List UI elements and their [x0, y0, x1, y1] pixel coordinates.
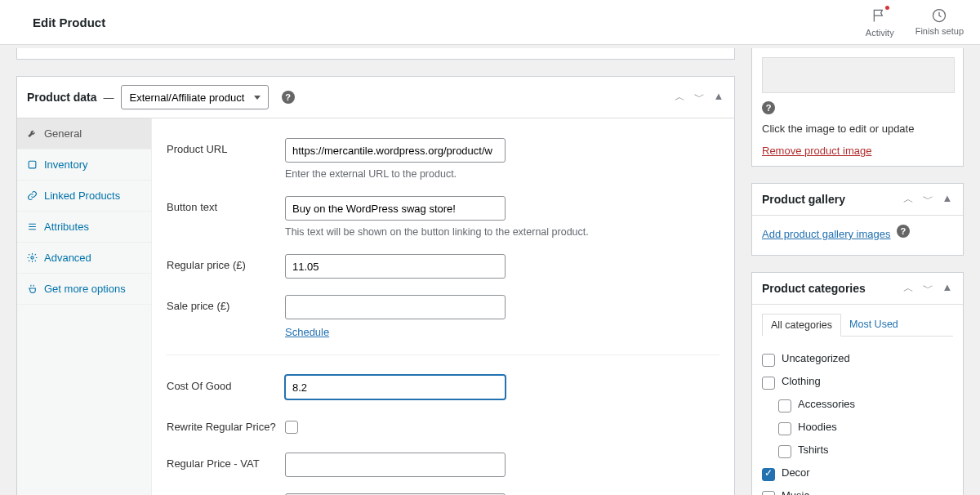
tab-linked[interactable]: Linked Products	[17, 181, 151, 212]
collapsed-panel	[16, 48, 735, 60]
add-gallery-link[interactable]: Add product gallery images	[762, 228, 891, 240]
tab-attributes[interactable]: Attributes	[17, 212, 151, 243]
regular-vat-label: Regular Price - VAT	[167, 453, 285, 470]
product-type-select[interactable]: External/Affiliate product	[121, 85, 269, 109]
tab-advanced[interactable]: Advanced	[17, 243, 151, 274]
tab-more-options[interactable]: Get more options	[17, 274, 151, 305]
move-up-icon[interactable]: ︿	[902, 281, 914, 296]
regular-price-label: Regular price (£)	[167, 254, 285, 271]
category-list: UncategorizedClothingAccessoriesHoodiesT…	[762, 345, 953, 495]
product-gallery-panel: Product gallery ︿ ﹀ ▲ Add product galler…	[751, 183, 964, 256]
rewrite-regular-price-checkbox[interactable]	[285, 421, 298, 434]
category-item[interactable]: Hoodies	[762, 415, 953, 438]
button-text-input[interactable]	[285, 196, 506, 221]
svg-point-2	[31, 256, 33, 259]
list-icon	[27, 221, 38, 232]
tab-most-used[interactable]: Most Used	[841, 314, 906, 336]
button-text-label: Button text	[167, 196, 285, 213]
collapse-icon[interactable]: ▲	[942, 281, 953, 296]
regular-price-vat-input[interactable]	[285, 453, 506, 477]
collapse-icon[interactable]: ▲	[713, 90, 724, 105]
schedule-link[interactable]: Schedule	[285, 326, 329, 338]
gear-icon	[27, 252, 38, 263]
category-checkbox[interactable]	[762, 354, 775, 367]
activity-label: Activity	[866, 28, 894, 38]
page-title: Edit Product	[33, 16, 105, 29]
product-categories-panel: Product categories ︿ ﹀ ▲ All categories …	[751, 272, 964, 495]
category-item[interactable]: Decor	[762, 461, 953, 484]
category-label: Music	[782, 489, 809, 496]
tab-inventory[interactable]: Inventory	[17, 149, 151, 181]
category-label: Accessories	[798, 398, 855, 410]
cost-of-good-input[interactable]	[285, 375, 506, 399]
category-checkbox[interactable]	[762, 468, 775, 481]
inventory-icon	[27, 159, 38, 170]
category-label: Uncategorized	[782, 352, 850, 364]
category-label: Hoodies	[798, 421, 837, 433]
help-icon[interactable]: ?	[282, 91, 295, 104]
product-image-thumbnail[interactable]	[762, 57, 955, 93]
category-item[interactable]: Uncategorized	[762, 346, 953, 369]
panel-header: Product data — External/Affiliate produc…	[17, 77, 734, 118]
help-icon[interactable]: ?	[762, 101, 775, 114]
top-actions: Activity Finish setup	[866, 7, 964, 38]
panel-title: Product data	[27, 91, 97, 104]
top-bar: Edit Product Activity Finish setup	[0, 0, 980, 45]
category-item[interactable]: Clothing	[762, 369, 953, 392]
finish-setup-button[interactable]: Finish setup	[915, 7, 964, 38]
flag-icon	[871, 7, 888, 24]
activity-button[interactable]: Activity	[866, 7, 894, 38]
remove-image-link[interactable]: Remove product image	[762, 145, 871, 157]
move-down-icon[interactable]: ﹀	[693, 90, 705, 105]
category-checkbox[interactable]	[762, 377, 775, 390]
sale-price-input[interactable]	[285, 295, 506, 319]
image-edit-text: Click the image to edit or update	[762, 123, 953, 135]
gallery-title: Product gallery	[762, 193, 845, 206]
button-text-help: This text will be shown on the button li…	[285, 226, 719, 238]
clock-icon	[931, 7, 947, 24]
sale-price-label: Sale price (£)	[167, 295, 285, 312]
panel-toggles: ︿ ﹀ ▲	[674, 90, 724, 105]
category-item[interactable]: Accessories	[762, 392, 953, 415]
product-url-help: Enter the external URL to the product.	[285, 168, 719, 180]
category-item[interactable]: Music	[762, 484, 953, 495]
category-label: Clothing	[782, 375, 821, 387]
rewrite-label: Rewrite Regular Price?	[167, 416, 285, 433]
product-url-input[interactable]	[285, 138, 506, 163]
tab-general[interactable]: General	[17, 118, 151, 149]
category-label: Tshirts	[798, 444, 829, 456]
move-up-icon[interactable]: ︿	[674, 90, 685, 105]
product-tabs: General Inventory Linked Products Attrib…	[17, 118, 152, 495]
move-up-icon[interactable]: ︿	[902, 192, 914, 207]
category-checkbox[interactable]	[778, 399, 791, 412]
product-image-panel: ? Click the image to edit or update Remo…	[751, 48, 964, 167]
regular-price-input[interactable]	[285, 254, 506, 279]
cog-label: Cost Of Good	[167, 375, 285, 392]
wrench-icon	[27, 128, 38, 139]
category-item[interactable]: Tshirts	[762, 438, 953, 461]
fields-area: Product URL Enter the external URL to th…	[152, 118, 734, 495]
categories-title: Product categories	[762, 282, 866, 295]
plugin-icon	[27, 283, 38, 294]
category-tabs: All categories Most Used	[762, 314, 953, 337]
category-checkbox[interactable]	[778, 445, 791, 458]
collapse-icon[interactable]: ▲	[942, 192, 953, 207]
dash: —	[104, 91, 114, 104]
move-down-icon[interactable]: ﹀	[922, 192, 933, 207]
tab-all-categories[interactable]: All categories	[762, 314, 841, 337]
category-label: Decor	[782, 466, 810, 479]
help-icon[interactable]: ?	[897, 225, 910, 238]
product-url-label: Product URL	[167, 138, 285, 155]
finish-label: Finish setup	[915, 26, 964, 36]
product-data-panel: Product data — External/Affiliate produc…	[16, 76, 735, 495]
svg-rect-1	[29, 161, 36, 168]
move-down-icon[interactable]: ﹀	[922, 281, 933, 296]
link-icon	[27, 190, 38, 201]
category-checkbox[interactable]	[762, 491, 775, 495]
category-checkbox[interactable]	[778, 422, 791, 435]
